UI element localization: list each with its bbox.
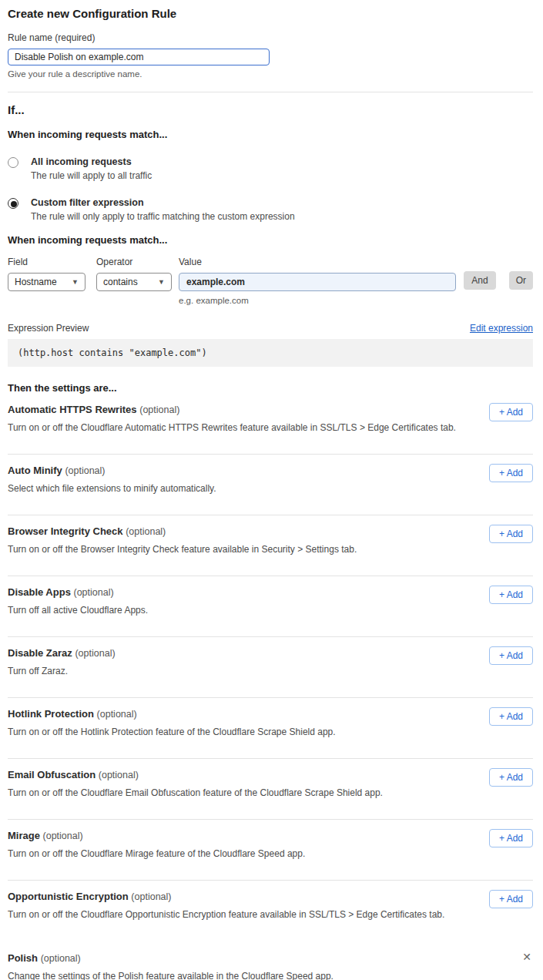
field-select-value: Hostname [15,277,57,287]
value-input[interactable] [179,273,456,291]
section-divider [8,92,533,92]
setting-row: Auto Minify (optional) Select which file… [8,455,533,515]
setting-row: Opportunistic Encryption (optional) Turn… [8,881,533,941]
radio-button-all-incoming[interactable] [8,157,18,168]
polish-setting-row: Polish (optional) ✕ Change the settings … [8,941,533,980]
setting-name: Email Obfuscation (optional) [8,769,533,780]
setting-name: Mirage (optional) [8,830,533,841]
setting-description: Turn off Zaraz. [8,666,533,676]
chevron-down-icon: ▼ [158,278,165,286]
add-setting-button[interactable]: + Add [489,403,533,421]
setting-row: Automatic HTTPS Rewrites (optional) Turn… [8,394,533,455]
optional-label: (optional) [43,831,83,841]
setting-name: Auto Minify (optional) [8,465,533,476]
radio-button-custom-filter[interactable] [8,198,18,209]
radio-option-description: The rule will only apply to traffic matc… [31,211,295,222]
field-label: Field [8,257,85,267]
and-button[interactable]: And [464,271,495,290]
setting-description: Turn on or off the Cloudflare Opportunis… [8,909,533,920]
optional-label: (optional) [131,891,171,902]
setting-description: Turn on or off the Cloudflare Email Obfu… [8,787,533,798]
close-icon[interactable]: ✕ [522,951,531,962]
setting-description: Turn on or off the Hotlink Protection fe… [8,727,533,737]
chevron-down-icon: ▼ [72,278,79,286]
expression-preview-label: Expression Preview [8,323,89,334]
radio-option-label: Custom filter expression [31,197,295,208]
setting-name: Automatic HTTPS Rewrites (optional) [8,404,533,415]
radio-option-custom-filter[interactable]: Custom filter expression The rule will o… [8,197,533,222]
edit-expression-link[interactable]: Edit expression [470,323,533,334]
setting-description: Select which file extensions to minify a… [8,483,533,494]
value-helper: e.g. example.com [179,296,456,305]
page-title: Create new Configuration Rule [8,7,533,20]
incoming-requests-match-label: When incoming requests match... [8,129,533,140]
setting-name: Polish (optional) [8,952,533,964]
radio-option-all-incoming[interactable]: All incoming requests The rule will appl… [8,156,533,181]
then-settings-heading: Then the settings are... [8,382,533,394]
add-setting-button[interactable]: + Add [489,464,533,482]
add-setting-button[interactable]: + Add [489,707,533,726]
optional-label: (optional) [65,465,105,476]
create-configuration-rule-page: Create new Configuration Rule Rule name … [0,0,543,980]
add-setting-button[interactable]: + Add [489,890,533,908]
setting-row: Disable Apps (optional) Turn off all act… [8,576,533,637]
rule-name-helper: Give your rule a descriptive name. [8,69,533,79]
optional-label: (optional) [139,404,179,415]
add-setting-button[interactable]: + Add [489,646,533,665]
radio-option-description: The rule will apply to all traffic [31,170,152,181]
settings-list: Automatic HTTPS Rewrites (optional) Turn… [8,394,533,941]
expression-preview-code: (http.host contains "example.com") [8,339,533,367]
setting-description: Turn on or off the Cloudflare Mirage fea… [8,848,533,859]
setting-description: Turn on or off the Cloudflare Automatic … [8,422,533,433]
field-select[interactable]: Hostname ▼ [8,273,85,291]
rule-name-input[interactable] [8,49,270,65]
add-setting-button[interactable]: + Add [489,768,533,787]
optional-label: (optional) [41,953,81,964]
operator-select[interactable]: contains ▼ [96,273,172,291]
setting-row: Mirage (optional) Turn on or off the Clo… [8,820,533,881]
setting-description: Change the settings of the Polish featur… [8,971,533,980]
setting-name: Browser Integrity Check (optional) [8,525,533,537]
add-setting-button[interactable]: + Add [489,586,533,604]
setting-description: Turn off all active Cloudflare Apps. [8,605,533,616]
setting-name: Disable Zaraz (optional) [8,647,533,659]
setting-row: Disable Zaraz (optional) Turn off Zaraz.… [8,637,533,698]
optional-label: (optional) [74,587,114,598]
builder-heading: When incoming requests match... [8,234,533,246]
setting-name: Opportunistic Encryption (optional) [8,891,533,902]
add-setting-button[interactable]: + Add [489,829,533,847]
setting-row: Email Obfuscation (optional) Turn on or … [8,759,533,820]
operator-label: Operator [96,257,172,267]
setting-description: Turn on or off the Browser Integrity Che… [8,544,533,555]
optional-label: (optional) [75,648,115,659]
or-button[interactable]: Or [509,271,533,290]
radio-option-label: All incoming requests [31,156,152,167]
value-label: Value [179,257,456,267]
setting-name: Hotlink Protection (optional) [8,708,533,720]
setting-name: Disable Apps (optional) [8,586,533,598]
add-setting-button[interactable]: + Add [489,525,533,543]
setting-row: Browser Integrity Check (optional) Turn … [8,515,533,576]
optional-label: (optional) [126,526,166,537]
if-heading: If... [8,103,533,116]
operator-select-value: contains [103,277,138,287]
optional-label: (optional) [97,709,137,720]
setting-row: Hotlink Protection (optional) Turn on or… [8,698,533,759]
rule-name-label: Rule name (required) [8,32,533,43]
optional-label: (optional) [99,770,139,780]
